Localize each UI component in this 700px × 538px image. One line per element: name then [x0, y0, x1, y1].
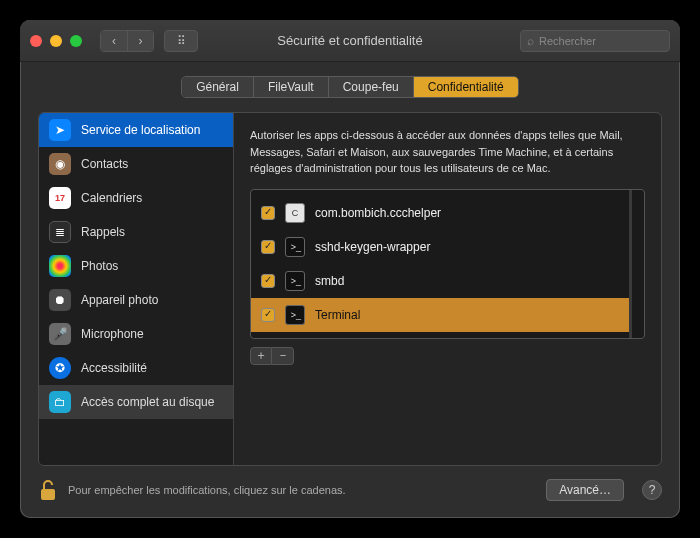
- advanced-button[interactable]: Avancé…: [546, 479, 624, 501]
- checkbox[interactable]: [261, 240, 275, 254]
- sidebar-item-location[interactable]: ➤ Service de localisation: [39, 113, 233, 147]
- content-panel: ➤ Service de localisation ◉ Contacts 17 …: [38, 112, 662, 466]
- minus-icon: －: [277, 347, 289, 364]
- app-row[interactable]: smbd: [251, 264, 629, 298]
- photos-icon: [49, 255, 71, 277]
- sidebar-item-full-disk[interactable]: 🗀 Accès complet au disque: [39, 385, 233, 419]
- terminal-icon: [285, 271, 305, 291]
- app-name: com.bombich.ccchelper: [315, 206, 441, 220]
- sidebar-item-label: Microphone: [81, 327, 144, 341]
- help-button[interactable]: ?: [642, 480, 662, 500]
- lock-hint: Pour empêcher les modifications, cliquez…: [68, 484, 346, 496]
- checkbox[interactable]: [261, 206, 275, 220]
- chevron-right-icon: ›: [139, 34, 143, 48]
- zoom-button[interactable]: [70, 35, 82, 47]
- grid-icon: ⠿: [177, 34, 186, 48]
- sidebar-item-photos[interactable]: Photos: [39, 249, 233, 283]
- titlebar: ‹ › ⠿ Sécurité et confidentialité ⌕: [20, 20, 680, 62]
- window-title: Sécurité et confidentialité: [277, 33, 422, 48]
- app-name: sshd-keygen-wrapper: [315, 240, 430, 254]
- sidebar-item-label: Photos: [81, 259, 118, 273]
- calendar-icon: 17: [49, 187, 71, 209]
- folder-disk-icon: 🗀: [49, 391, 71, 413]
- app-row[interactable]: Terminal: [251, 298, 629, 332]
- privacy-sidebar: ➤ Service de localisation ◉ Contacts 17 …: [39, 113, 234, 465]
- minimize-button[interactable]: [50, 35, 62, 47]
- tab-firewall[interactable]: Coupe-feu: [328, 77, 413, 97]
- checkbox[interactable]: [261, 274, 275, 288]
- chevron-left-icon: ‹: [112, 34, 116, 48]
- microphone-icon: 🎤: [49, 323, 71, 345]
- contacts-icon: ◉: [49, 153, 71, 175]
- terminal-icon: [285, 305, 305, 325]
- sidebar-item-reminders[interactable]: ≣ Rappels: [39, 215, 233, 249]
- checkbox[interactable]: [261, 308, 275, 322]
- sidebar-item-label: Contacts: [81, 157, 128, 171]
- remove-button[interactable]: －: [272, 347, 294, 365]
- search-icon: ⌕: [527, 34, 534, 48]
- reminders-icon: ≣: [49, 221, 71, 243]
- app-row[interactable]: C com.bombich.ccchelper: [251, 196, 629, 230]
- tab-filevault[interactable]: FileVault: [253, 77, 328, 97]
- app-name: Terminal: [315, 308, 360, 322]
- sidebar-item-label: Appareil photo: [81, 293, 158, 307]
- app-icon-ccc: C: [285, 203, 305, 223]
- accessibility-icon: ✪: [49, 357, 71, 379]
- svg-rect-0: [41, 489, 55, 500]
- sidebar-item-calendar[interactable]: 17 Calendriers: [39, 181, 233, 215]
- sidebar-item-accessibility[interactable]: ✪ Accessibilité: [39, 351, 233, 385]
- sidebar-item-label: Service de localisation: [81, 123, 200, 137]
- add-button[interactable]: ＋: [250, 347, 272, 365]
- back-button[interactable]: ‹: [101, 31, 127, 51]
- show-all-button[interactable]: ⠿: [164, 30, 198, 52]
- app-list: C com.bombich.ccchelper sshd-keygen-wrap…: [251, 190, 632, 338]
- app-row[interactable]: sshd-keygen-wrapper: [251, 230, 629, 264]
- tab-bar: Général FileVault Coupe-feu Confidential…: [20, 76, 680, 98]
- sidebar-item-label: Rappels: [81, 225, 125, 239]
- sidebar-item-label: Accessibilité: [81, 361, 147, 375]
- search-field[interactable]: ⌕: [520, 30, 670, 52]
- sidebar-item-contacts[interactable]: ◉ Contacts: [39, 147, 233, 181]
- location-icon: ➤: [49, 119, 71, 141]
- lock-open-icon: [38, 478, 58, 502]
- lock-button[interactable]: [38, 478, 58, 502]
- camera-icon: ⏺: [49, 289, 71, 311]
- app-list-container: C com.bombich.ccchelper sshd-keygen-wrap…: [250, 189, 645, 339]
- plus-icon: ＋: [255, 347, 267, 364]
- tab-privacy[interactable]: Confidentialité: [413, 77, 518, 97]
- close-button[interactable]: [30, 35, 42, 47]
- tab-general[interactable]: Général: [182, 77, 253, 97]
- forward-button[interactable]: ›: [127, 31, 153, 51]
- app-name: smbd: [315, 274, 344, 288]
- nav-back-forward: ‹ ›: [100, 30, 154, 52]
- preferences-window: ‹ › ⠿ Sécurité et confidentialité ⌕ Géné…: [20, 20, 680, 518]
- sidebar-item-microphone[interactable]: 🎤 Microphone: [39, 317, 233, 351]
- sidebar-item-camera[interactable]: ⏺ Appareil photo: [39, 283, 233, 317]
- terminal-icon: [285, 237, 305, 257]
- permission-description: Autoriser les apps ci-dessous à accéder …: [250, 127, 645, 177]
- window-controls: [30, 35, 82, 47]
- help-icon: ?: [649, 483, 656, 497]
- add-remove-buttons: ＋ －: [250, 347, 645, 365]
- sidebar-item-label: Calendriers: [81, 191, 142, 205]
- footer: Pour empêcher les modifications, cliquez…: [20, 466, 680, 518]
- search-input[interactable]: [539, 35, 663, 47]
- sidebar-item-label: Accès complet au disque: [81, 395, 214, 409]
- main-pane: Autoriser les apps ci-dessous à accéder …: [234, 113, 661, 465]
